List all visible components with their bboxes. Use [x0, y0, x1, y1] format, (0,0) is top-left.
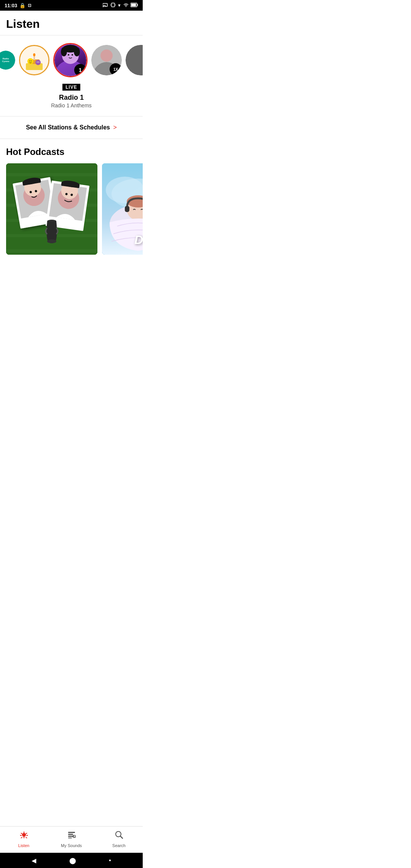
- station-circle-1xtra[interactable]: 1X: [91, 45, 122, 75]
- svg-rect-67: [68, 832, 75, 833]
- svg-point-56: [47, 239, 56, 243]
- svg-point-14: [29, 61, 30, 61]
- android-nav: ◀ ⬤ ▪: [0, 853, 143, 868]
- cricket-bg: [6, 163, 97, 255]
- search-icon: [115, 830, 124, 842]
- svg-point-27: [74, 47, 80, 56]
- nav-item-mysounds[interactable]: My Sounds: [48, 827, 95, 853]
- cymru-logo: RadioCymru: [2, 57, 9, 62]
- listen-label: Listen: [18, 843, 29, 848]
- podcast-card-cricket[interactable]: [6, 163, 97, 255]
- radio1-badge: 1: [74, 64, 86, 76]
- mysounds-icon: [67, 830, 76, 842]
- svg-rect-2: [112, 3, 115, 7]
- svg-point-5: [126, 6, 126, 6]
- vibrate-icon: [110, 3, 116, 8]
- nav-item-search[interactable]: Search: [95, 827, 143, 853]
- time: 11:03: [5, 3, 17, 8]
- svg-point-12: [33, 53, 35, 56]
- duvet-bg: Duvet: [102, 163, 143, 255]
- search-label: Search: [112, 843, 126, 848]
- svg-rect-9: [26, 63, 43, 70]
- svg-point-66: [22, 833, 26, 837]
- stations-carousel[interactable]: RadioCymru: [0, 43, 143, 77]
- svg-point-20: [38, 62, 39, 62]
- status-bar: 11:03 🔒 ⊡ ▼: [0, 0, 143, 11]
- mysounds-label: My Sounds: [61, 843, 82, 848]
- extra-inner: [126, 45, 143, 75]
- svg-rect-7: [137, 4, 138, 6]
- podcasts-section: Hot Podcasts: [0, 139, 143, 262]
- svg-point-31: [126, 45, 143, 75]
- status-left: 11:03 🔒 ⊡: [5, 3, 31, 8]
- home-button[interactable]: ⬤: [69, 857, 76, 864]
- svg-point-13: [27, 58, 33, 64]
- podcast-card-duvet[interactable]: Duvet: [102, 163, 143, 255]
- svg-point-19: [37, 62, 38, 62]
- wifi-icon: [123, 3, 129, 8]
- station-item-bitesize[interactable]: [19, 45, 49, 75]
- podcasts-carousel[interactable]: Duvet: [0, 163, 143, 255]
- station-circle-bitesize[interactable]: [19, 45, 49, 75]
- live-station-name: Radio 1: [0, 94, 143, 102]
- battery-icon: [131, 3, 138, 8]
- status-right: ▼: [103, 3, 138, 8]
- svg-rect-68: [68, 834, 73, 835]
- live-info: LIVE Radio 1 Radio 1 Anthems: [0, 83, 143, 108]
- lock-icon: 🔒: [19, 3, 25, 8]
- svg-point-29: [100, 49, 113, 62]
- station-item-radio1[interactable]: 1: [53, 43, 88, 77]
- duvet-title: Duvet: [134, 233, 143, 247]
- podcasts-title: Hot Podcasts: [0, 147, 143, 163]
- svg-rect-70: [68, 838, 72, 838]
- svg-point-26: [61, 47, 67, 56]
- back-button[interactable]: ◀: [32, 857, 36, 864]
- station-item-extra[interactable]: [126, 45, 143, 75]
- signal-icon: ▼: [117, 3, 121, 8]
- svg-rect-64: [125, 206, 129, 212]
- station-circle-cymru[interactable]: RadioCymru: [0, 51, 15, 70]
- station-circle-extra[interactable]: [126, 45, 143, 75]
- svg-rect-0: [103, 3, 107, 6]
- svg-point-72: [73, 835, 74, 836]
- screenshot-icon: ⊡: [28, 3, 31, 8]
- svg-line-74: [120, 836, 123, 838]
- live-show-name: Radio 1 Anthems: [0, 102, 143, 108]
- see-all-text: See All Stations & Schedules: [26, 124, 110, 131]
- bottom-nav: Listen My Sounds Search: [0, 826, 143, 853]
- station-item-1xtra[interactable]: 1X: [91, 45, 122, 75]
- page-title: Listen: [6, 18, 137, 30]
- 1xtra-badge: 1X: [110, 63, 122, 75]
- live-badge: LIVE: [62, 84, 80, 91]
- stations-section: RadioCymru: [0, 35, 143, 116]
- svg-point-15: [31, 61, 32, 61]
- nav-item-listen[interactable]: Listen: [0, 827, 48, 853]
- see-all-link[interactable]: See All Stations & Schedules >: [0, 116, 143, 139]
- svg-rect-8: [131, 3, 136, 6]
- station-item-cymru[interactable]: RadioCymru: [0, 51, 15, 70]
- svg-point-23: [68, 54, 69, 56]
- listen-icon: [19, 830, 29, 842]
- page-header: Listen: [0, 11, 143, 35]
- svg-point-24: [72, 54, 73, 56]
- recents-button[interactable]: ▪: [109, 857, 111, 864]
- cast-icon: [103, 3, 109, 8]
- svg-point-16: [35, 60, 41, 65]
- station-circle-radio1[interactable]: 1: [53, 43, 88, 77]
- see-all-arrow: >: [113, 124, 116, 131]
- bitesize-inner: [20, 46, 48, 74]
